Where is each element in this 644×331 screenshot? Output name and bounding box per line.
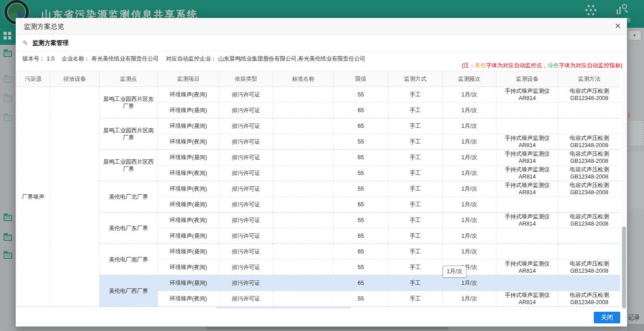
- cell-monitor-frequency: 1月/次: [443, 244, 496, 260]
- cell-monitor-mode: 手工: [388, 197, 443, 213]
- plan-info-line: 版本号：1.0企业名称：寿光美伦纸业有限责任公司对应自动监控企业：山东晨鸣纸业集…: [22, 55, 367, 63]
- cell-monitor-item: 环境噪声(夜间): [158, 213, 219, 228]
- table-row[interactable]: 美伦电厂北厂界环境噪声(夜间)排污许可证55手工1月/次手持式噪声监测仪AR81…: [17, 181, 621, 197]
- cell-limit-value: 55: [334, 291, 388, 307]
- monitoring-table-container: 污染源排放设备监测点监测项目依据类型标准名称限值监测方式监测频次监测设备监测方法…: [16, 71, 620, 309]
- table-body: 厂界噪声晨鸣工业园西片区东厂界环境噪声(夜间)排污许可证55手工1月/次手持式噪…: [17, 87, 621, 307]
- column-header: 监测项目: [158, 71, 219, 87]
- table-row[interactable]: 晨鸣工业园西片区西厂界环境噪声(昼间)排污许可证65手工1月/次手持式噪声监测仪…: [17, 150, 621, 166]
- cell-monitor-device: 手持式噪声监测仪AR814: [496, 87, 558, 103]
- monitoring-plan-modal: 监测方案总览 × ✎ 监测方案管理 版本号：1.0企业名称：寿光美伦纸业有限责任…: [16, 18, 627, 327]
- cell-monitor-device: 手持式噪声监测仪AR814: [496, 181, 558, 197]
- frequency-tooltip: 1月/次: [443, 266, 466, 278]
- cell-monitor-mode: 手工: [388, 181, 443, 197]
- cell-standard-name: [273, 103, 334, 118]
- section-header: ✎ 监测方案管理: [16, 35, 627, 52]
- cell-monitor-frequency: 1月/次: [443, 87, 496, 103]
- cell-standard-name: [273, 228, 334, 244]
- cell-monitor-method: [558, 118, 621, 134]
- cell-limit-value: 55: [334, 166, 388, 181]
- cell-monitor-method: [558, 103, 621, 118]
- cell-monitor-device: 手持式噪声监测仪AR814: [496, 166, 558, 181]
- cell-monitor-method: 电容式声压检测GB12348-2008: [558, 166, 621, 181]
- cell-standard-name: [273, 260, 334, 275]
- cell-monitor-item: 环境噪声(夜间): [158, 260, 219, 275]
- note-text: 字体为对应自动监控指标): [559, 62, 622, 69]
- cell-limit-value: 65: [334, 228, 388, 244]
- cell-monitor-item: 环境噪声(夜间): [158, 181, 219, 197]
- column-header: 监测频次: [443, 71, 496, 87]
- table-row[interactable]: 晨鸣工业园西片区南厂界环境噪声(昼间)排污许可证65手工1月/次: [17, 118, 621, 134]
- table-row[interactable]: 美伦电厂南厂界环境噪声(昼间)排污许可证65手工1月/次: [17, 244, 621, 260]
- column-header: 依据类型: [219, 71, 273, 87]
- cell-pollution-source: 厂界噪声: [17, 87, 50, 307]
- cell-monitor-method: [558, 244, 621, 260]
- column-header: 污染源: [17, 71, 50, 87]
- cell-monitor-frequency: 1月/次: [443, 103, 496, 118]
- cell-basis-type: 排污许可证: [219, 228, 273, 244]
- close-button[interactable]: 关闭: [594, 312, 620, 323]
- cell-basis-type: 排污许可证: [219, 87, 273, 103]
- note-green-word: 绿色: [548, 62, 559, 69]
- cell-monitor-item: 环境噪声(夜间): [158, 291, 219, 307]
- cell-limit-value: 65: [334, 244, 388, 260]
- column-header: 监测方法: [558, 71, 621, 87]
- cell-basis-type: 排污许可证: [219, 181, 273, 197]
- cell-monitor-method: 电容式声压检测GB12348-2008: [558, 87, 621, 103]
- cell-monitor-frequency: 1月/次: [443, 134, 496, 150]
- cell-monitor-point: 晨鸣工业园西片区西厂界: [100, 150, 158, 181]
- cell-monitor-item: 环境噪声(昼间): [158, 228, 219, 244]
- cell-monitor-mode: 手工: [388, 244, 443, 260]
- cell-limit-value: 65: [334, 118, 388, 134]
- cell-basis-type: 排污许可证: [219, 197, 273, 213]
- cell-limit-value: 55: [334, 260, 388, 275]
- table-row[interactable]: 美伦电厂东厂界环境噪声(夜间)排污许可证55手工1月/次手持式噪声监测仪AR81…: [17, 213, 621, 228]
- cell-limit-value: 55: [334, 134, 388, 150]
- cell-basis-type: 排污许可证: [219, 166, 273, 181]
- column-header: 排放设备: [50, 71, 100, 87]
- cell-monitor-device: 手持式噪声监测仪AR814: [496, 213, 558, 228]
- cell-monitor-mode: 手工: [388, 118, 443, 134]
- vertical-scrollbar-thumb[interactable]: [622, 226, 626, 309]
- column-header: 监测方式: [388, 71, 443, 87]
- cell-monitor-mode: 手工: [388, 166, 443, 181]
- cell-monitor-mode: 手工: [388, 134, 443, 150]
- cell-monitor-frequency: 1月/次: [443, 166, 496, 181]
- cell-monitor-frequency: 1月/次: [443, 197, 496, 213]
- cell-monitor-item: 环境噪声(昼间): [158, 150, 219, 166]
- modal-title: 监测方案总览: [24, 18, 64, 35]
- company-value: 寿光美伦纸业有限责任公司: [91, 56, 159, 62]
- close-icon[interactable]: ×: [615, 20, 621, 32]
- cell-monitor-device: 手持式噪声监测仪AR814: [496, 134, 558, 150]
- table-row[interactable]: 美伦电厂西厂界环境噪声(昼间)排污许可证65手工1月/次: [17, 275, 621, 291]
- cell-basis-type: 排污许可证: [219, 118, 273, 134]
- modal-footer: 关闭: [16, 309, 627, 327]
- cell-monitor-method: 电容式声压检测GB12348-2008: [558, 150, 621, 166]
- color-legend-note: (注：黄色字体为对应自动监控点，绿色字体为对应自动监控指标): [462, 62, 622, 70]
- screen: 山东省污染源监测信息共享系统 询 ▼ ) 记录: [0, 0, 644, 331]
- cell-basis-type: 排污许可证: [219, 134, 273, 150]
- monitoring-table: 污染源排放设备监测点监测项目依据类型标准名称限值监测方式监测频次监测设备监测方法…: [16, 71, 620, 307]
- cell-basis-type: 排污许可证: [219, 244, 273, 260]
- cell-limit-value: 55: [334, 87, 388, 103]
- cell-monitor-method: 电容式声压检测GB12348-2008: [558, 213, 621, 228]
- cell-monitor-item: 环境噪声(夜间): [158, 166, 219, 181]
- cell-monitor-method: [558, 228, 621, 244]
- column-header: 监测设备: [496, 71, 558, 87]
- cell-monitor-point: 美伦电厂东厂界: [100, 213, 158, 244]
- modal-titlebar: 监测方案总览 ×: [16, 18, 627, 35]
- cell-monitor-point: 晨鸣工业园西片区南厂界: [100, 118, 158, 150]
- cell-monitor-frequency: 1月/次: [443, 118, 496, 134]
- cell-monitor-frequency: 1月/次: [443, 228, 496, 244]
- cell-monitor-device: 手持式噪声监测仪AR814: [496, 260, 558, 275]
- note-yellow-word: 黄色: [475, 62, 486, 69]
- note-text: (注：: [462, 62, 475, 69]
- section-title: 监测方案管理: [32, 35, 69, 52]
- cell-standard-name: [273, 181, 334, 197]
- cell-limit-value: 65: [334, 103, 388, 118]
- cell-monitor-method: 电容式声压检测GB12348-2008: [558, 291, 621, 307]
- cell-monitor-point: 美伦电厂南厂界: [100, 244, 158, 275]
- cell-monitor-item: 环境噪声(昼间): [158, 197, 219, 213]
- cell-basis-type: 排污许可证: [219, 260, 273, 275]
- table-row[interactable]: 厂界噪声晨鸣工业园西片区东厂界环境噪声(夜间)排污许可证55手工1月/次手持式噪…: [17, 87, 621, 103]
